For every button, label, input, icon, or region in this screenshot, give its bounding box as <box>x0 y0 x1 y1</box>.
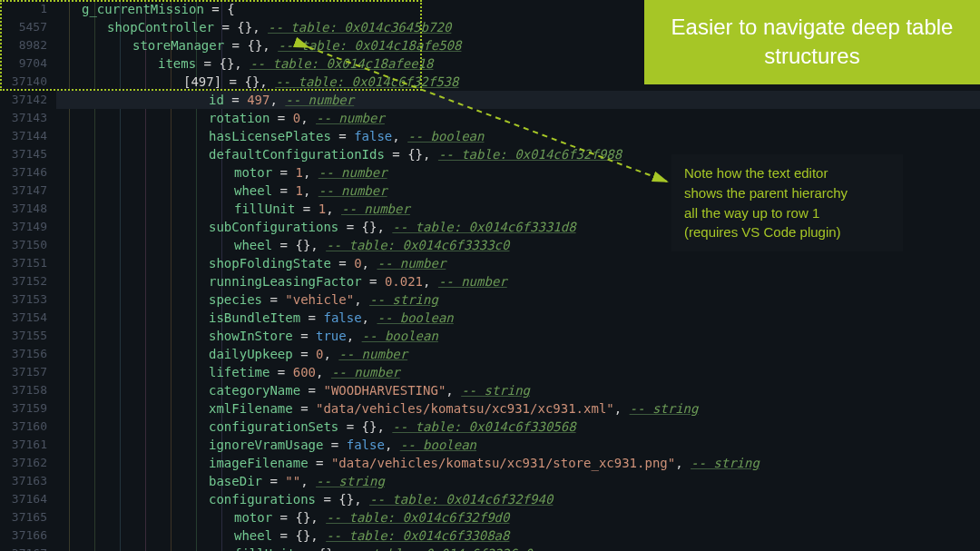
token-punct: , <box>446 383 461 398</box>
token-num: 0 <box>354 256 361 271</box>
line-number: 37153 <box>0 290 47 309</box>
token-comment: -- table: 0x014c6f3326e0 <box>348 546 532 551</box>
code-line[interactable]: configurationSets = {}, -- table: 0x014c… <box>56 418 980 436</box>
token-eq: = <box>338 220 361 234</box>
line-number: 37161 <box>0 436 47 454</box>
code-line[interactable]: runningLeasingFactor = 0.021, -- number <box>56 272 980 290</box>
line-number-gutter: 1545789829704371403714237143371443714537… <box>0 0 56 551</box>
token-comment: -- number <box>318 165 387 180</box>
code-line[interactable]: fillUnit = {}, -- table: 0x014c6f3326e0 <box>56 545 980 551</box>
code-line[interactable]: shopFoldingState = 0, -- number <box>56 254 980 272</box>
token-ident: categoryName <box>209 383 300 398</box>
line-number: 37148 <box>0 200 47 218</box>
code-line[interactable]: species = "vehicle", -- string <box>56 290 980 309</box>
token-comment: -- boolean <box>407 129 484 143</box>
token-tbl: {} <box>362 220 377 234</box>
token-eq: = <box>262 474 285 488</box>
token-tbl: {} <box>244 74 260 89</box>
token-punct: , <box>310 510 326 525</box>
code-line[interactable]: baseDir = "", -- string <box>56 472 980 490</box>
callout-banner: Easier to navigate deep table structures <box>644 0 980 84</box>
line-number: 37150 <box>0 236 47 254</box>
token-comment: -- string <box>369 292 438 307</box>
line-number: 9704 <box>0 54 47 73</box>
token-eq: = <box>385 147 407 162</box>
line-number: 37155 <box>0 327 47 345</box>
token-comment: -- table: 0x014c6f330568 <box>392 419 575 434</box>
token-idx: [497] <box>183 74 221 89</box>
token-str: "data/vehicles/komatsu/xc931/xc931.xml" <box>316 401 614 416</box>
token-num: 497 <box>247 93 270 107</box>
token-num: 600 <box>293 365 316 379</box>
code-line[interactable]: dailyUpkeep = 0, -- number <box>56 345 980 363</box>
token-comment: -- table: 0x014c6f32f940 <box>369 492 553 507</box>
token-punct: , <box>423 274 438 289</box>
token-punct: , <box>234 56 250 71</box>
token-comment: -- table: 0x014c6f3331d8 <box>392 220 575 234</box>
code-line[interactable]: categoryName = "WOODHARVESTING", -- stri… <box>56 381 980 399</box>
token-punct: , <box>423 147 438 162</box>
token-eq: = <box>323 438 346 452</box>
line-number: 37156 <box>0 345 47 363</box>
line-number: 37159 <box>0 399 47 418</box>
token-ident: runningLeasingFactor <box>209 274 362 289</box>
line-number: 37163 <box>0 472 47 490</box>
token-punct: , <box>303 183 318 198</box>
line-number: 8982 <box>0 36 47 54</box>
code-line[interactable]: xmlFilename = "data/vehicles/komatsu/xc9… <box>56 399 980 418</box>
code-line[interactable]: configurations = {}, -- table: 0x014c6f3… <box>56 490 980 508</box>
line-number: 37157 <box>0 363 47 381</box>
token-eq: = <box>331 129 354 143</box>
token-str: "data/vehicles/komatsu/xc931/store_xc931… <box>331 456 675 470</box>
code-line[interactable]: ignoreVramUsage = false, -- boolean <box>56 436 980 454</box>
token-ident: shopFoldingState <box>209 256 331 271</box>
token-str: "" <box>285 474 300 488</box>
token-ident: showInStore <box>209 329 293 343</box>
token-tbl: {} <box>362 419 377 434</box>
token-tbl: {} <box>247 38 262 53</box>
line-number: 37165 <box>0 508 47 526</box>
code-line[interactable]: isBundleItem = false, -- boolean <box>56 309 980 327</box>
token-punct: , <box>262 38 278 53</box>
line-number: 37144 <box>0 127 47 145</box>
token-tbl: {} <box>318 546 334 551</box>
token-eq: = <box>293 347 316 361</box>
token-punct: , <box>377 419 392 434</box>
token-num: 1 <box>295 165 302 180</box>
token-comment: -- table: 0x014c6f3333c0 <box>326 238 509 252</box>
token-eq: = <box>270 365 292 379</box>
token-punct: , <box>316 365 331 379</box>
token-punct: , <box>377 220 392 234</box>
code-line[interactable]: motor = {}, -- table: 0x014c6f32f9d0 <box>56 508 980 526</box>
code-line[interactable]: id = 497, -- number <box>56 91 980 109</box>
token-tbl: {} <box>338 492 354 507</box>
line-number: 37164 <box>0 490 47 508</box>
code-line[interactable]: imageFilename = "data/vehicles/komatsu/x… <box>56 454 980 472</box>
token-eq: = <box>272 165 295 180</box>
token-eq: = <box>204 2 227 16</box>
token-comment: -- number <box>377 256 446 271</box>
token-comment: -- string <box>691 456 760 470</box>
token-ident: lifetime <box>209 365 270 379</box>
token-ident: isBundleItem <box>209 310 300 325</box>
token-eq: = <box>262 292 285 307</box>
token-comment: -- number <box>331 365 400 379</box>
token-eq: = <box>272 528 295 543</box>
token-punct: , <box>347 329 362 343</box>
token-ident: items <box>158 56 196 71</box>
token-eq: = <box>295 546 318 551</box>
token-punct: , <box>614 401 630 416</box>
line-number: 37152 <box>0 272 47 290</box>
token-ident: fillUnit <box>234 202 295 216</box>
code-line[interactable]: hasLicensePlates = false, -- boolean <box>56 127 980 145</box>
code-line[interactable]: rotation = 0, -- number <box>56 109 980 127</box>
token-eq: = <box>196 56 219 71</box>
code-line[interactable]: lifetime = 600, -- number <box>56 363 980 381</box>
code-line[interactable]: wheel = {}, -- table: 0x014c6f3308a8 <box>56 526 980 545</box>
token-punct: , <box>362 256 377 271</box>
token-eq: = <box>214 20 237 34</box>
token-num: 1 <box>295 183 302 198</box>
token-ident: imageFilename <box>209 456 309 470</box>
code-line[interactable]: showInStore = true, -- boolean <box>56 327 980 345</box>
token-ident: subConfigurations <box>209 220 338 234</box>
